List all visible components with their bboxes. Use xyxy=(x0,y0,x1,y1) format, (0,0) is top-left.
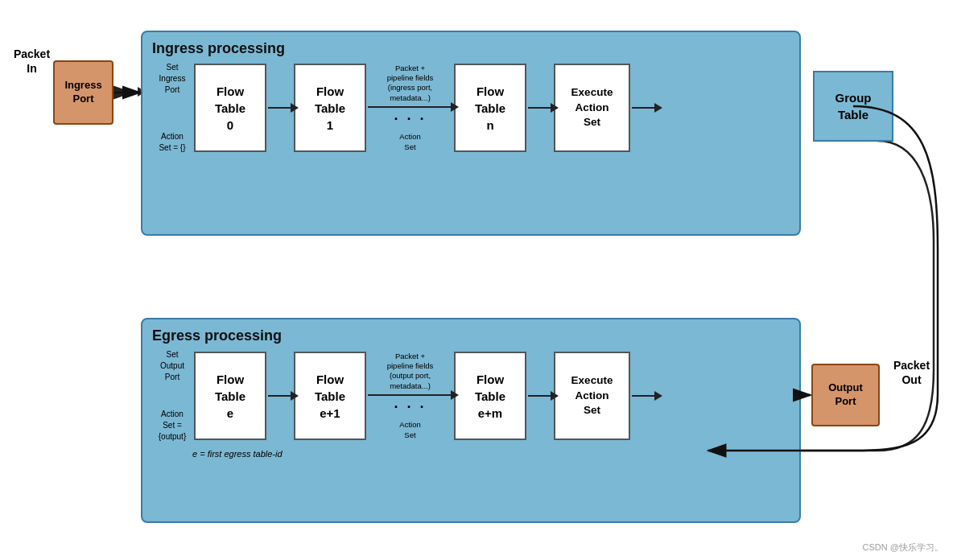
ingress-action-set-label: ActionSet xyxy=(399,131,420,153)
flow-table-n-box: FlowTablen xyxy=(454,64,526,152)
ingress-processing-block: Ingress processing Set Ingress Port Acti… xyxy=(141,31,801,236)
ingress-middle-annotation: Packet +pipeline fields(ingress port,met… xyxy=(387,64,434,103)
packet-in-label: PacketIn xyxy=(10,47,54,76)
execute-action-set-box: ExecuteActionSet xyxy=(554,64,630,152)
egress-italic-note: e = first egress table-id xyxy=(192,449,790,459)
arrow-ftem-execute-egress xyxy=(528,395,552,397)
egress-annotation-left: Set Output Port ActionSet ={output} xyxy=(152,349,192,443)
execute-action-set-egress-box: ExecuteActionSet xyxy=(554,352,630,440)
egress-dots: · · · xyxy=(394,399,426,416)
watermark: CSDN @快乐学习。 xyxy=(863,541,943,554)
arrow-ft0-ft1 xyxy=(268,107,292,109)
flow-table-e-box: FlowTablee xyxy=(194,352,266,440)
ingress-dots: · · · xyxy=(394,111,426,128)
egress-action-set-label: ActionSet xyxy=(399,419,420,441)
diagram-container: PacketIn IngressPort Ingress processing … xyxy=(0,0,953,560)
flow-table-1-box: FlowTable1 xyxy=(294,64,366,152)
flow-table-e1-box: FlowTablee+1 xyxy=(294,352,366,440)
arrow-fte-fte1 xyxy=(268,395,292,397)
arrow-ingress-to-block xyxy=(115,91,139,93)
ingress-middle-section: Packet +pipeline fields(ingress port,met… xyxy=(368,64,452,153)
output-port-box: OutputPort xyxy=(811,364,880,426)
ingress-port-box: IngressPort xyxy=(53,60,113,125)
egress-block-title: Egress processing xyxy=(152,327,790,344)
egress-processing-block: Egress processing Set Output Port Action… xyxy=(141,318,801,523)
arrow-execute-group xyxy=(632,107,656,109)
arrow-execute-egress-output xyxy=(632,395,656,397)
flow-table-em-box: FlowTablee+m xyxy=(454,352,526,440)
ingress-block-title: Ingress processing xyxy=(152,40,790,57)
packet-out-label: PacketOut xyxy=(885,358,938,387)
ingress-annotation-left: Set Ingress Port ActionSet = {} xyxy=(152,62,192,154)
group-table-box: GroupTable xyxy=(813,71,893,142)
flow-table-0-box: FlowTable0 xyxy=(194,64,266,152)
egress-middle-annotation: Packet +pipeline fields(output port,meta… xyxy=(387,352,434,391)
arrow-ftn-execute xyxy=(528,107,552,109)
egress-middle-section: Packet +pipeline fields(output port,meta… xyxy=(368,352,452,441)
